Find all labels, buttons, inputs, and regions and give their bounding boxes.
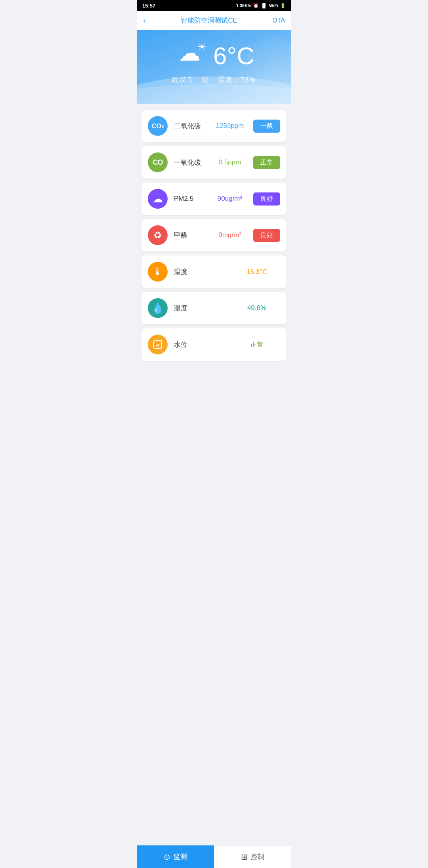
- co2-value: 1259ppm: [212, 122, 248, 130]
- co-badge[interactable]: 正常: [253, 156, 280, 169]
- page-title: 智能防空洞测试CE: [181, 16, 237, 25]
- temp-label: 温度: [174, 267, 239, 276]
- hcho-icon: ♻: [148, 225, 168, 245]
- control-label: 控制: [251, 852, 264, 861]
- sensor-card-hcho: ♻ 甲醛 0mg/m³ 良好: [141, 219, 287, 251]
- ota-button[interactable]: OTA: [272, 17, 285, 24]
- water-level-svg: ㎡: [152, 339, 163, 350]
- humidity-value: 49.6%: [239, 304, 275, 312]
- humidity-icon: 💧: [148, 298, 168, 318]
- co2-label: 二氧化碳: [174, 122, 212, 131]
- pm25-label: PM2.5: [174, 195, 212, 203]
- monitor-label: 监测: [174, 852, 187, 861]
- sun-icon: ☀: [197, 40, 207, 53]
- co-label: 一氧化碳: [174, 158, 212, 167]
- humidity-label: 湿度: [174, 304, 239, 313]
- sensor-card-co2: CO₂ 二氧化碳 1259ppm 一般: [141, 110, 287, 142]
- co2-badge[interactable]: 一般: [253, 120, 280, 133]
- control-icon: ⊞: [241, 852, 248, 862]
- pm25-value: 90ug/m³: [212, 195, 248, 203]
- network-speed: 1.36K/s: [236, 3, 252, 8]
- co2-icon: CO₂: [148, 116, 168, 136]
- battery-icon: 🔋: [280, 3, 286, 8]
- water-icon: ㎡: [148, 335, 168, 354]
- top-nav: ‹ 智能防空洞测试CE OTA: [137, 11, 291, 30]
- temp-icon: 🌡: [148, 262, 168, 282]
- clock-icon: ⏰: [253, 3, 259, 8]
- co-icon: CO: [148, 152, 168, 172]
- co-value: 0.5ppm: [212, 158, 248, 166]
- status-bar: 15:57 1.36K/s ⏰ ▐▌ WiFi 🔋: [137, 0, 291, 11]
- sensor-card-temp: 🌡 温度 16.3℃: [141, 255, 287, 288]
- monitor-icon: ⊙: [164, 852, 170, 862]
- water-label: 水位: [174, 340, 239, 349]
- pm25-badge[interactable]: 良好: [253, 192, 280, 206]
- temp-value: 16.3℃: [239, 268, 275, 276]
- sensor-card-humidity: 💧 湿度 49.6%: [141, 292, 287, 324]
- tab-monitor[interactable]: ⊙ 监测: [137, 845, 214, 868]
- hcho-badge[interactable]: 良好: [253, 229, 280, 242]
- wifi-icon: WiFi: [269, 3, 278, 8]
- sensor-card-water: ㎡ 水位 正常: [141, 328, 287, 361]
- svg-point-2: [232, 69, 291, 94]
- weather-icon-wrap: ☁ ☀: [174, 42, 205, 70]
- water-value: 正常: [239, 340, 275, 349]
- back-button[interactable]: ‹: [143, 16, 146, 25]
- signal-icon: ▐▌: [261, 3, 267, 8]
- sensor-card-pm25: ☁ PM2.5 90ug/m³ 良好: [141, 183, 287, 215]
- tab-control[interactable]: ⊞ 控制: [214, 845, 291, 868]
- hcho-label: 甲醛: [174, 231, 212, 240]
- svg-text:㎡: ㎡: [156, 343, 160, 347]
- status-time: 15:57: [142, 3, 155, 9]
- pm25-icon: ☁: [148, 189, 168, 209]
- status-right: 1.36K/s ⏰ ▐▌ WiFi 🔋: [236, 3, 286, 8]
- wave-decoration: [228, 34, 291, 97]
- hcho-value: 0mg/m³: [212, 231, 248, 239]
- tab-bar: ⊙ 监测 ⊞ 控制: [137, 845, 291, 868]
- weather-banner: ☁ ☀ 6°C 武汉市 阴 湿度：73%: [137, 30, 291, 104]
- sensor-card-co: CO 一氧化碳 0.5ppm 正常: [141, 146, 287, 179]
- sensor-list: CO₂ 二氧化碳 1259ppm 一般 CO 一氧化碳 0.5ppm 正常 ☁ …: [137, 104, 291, 396]
